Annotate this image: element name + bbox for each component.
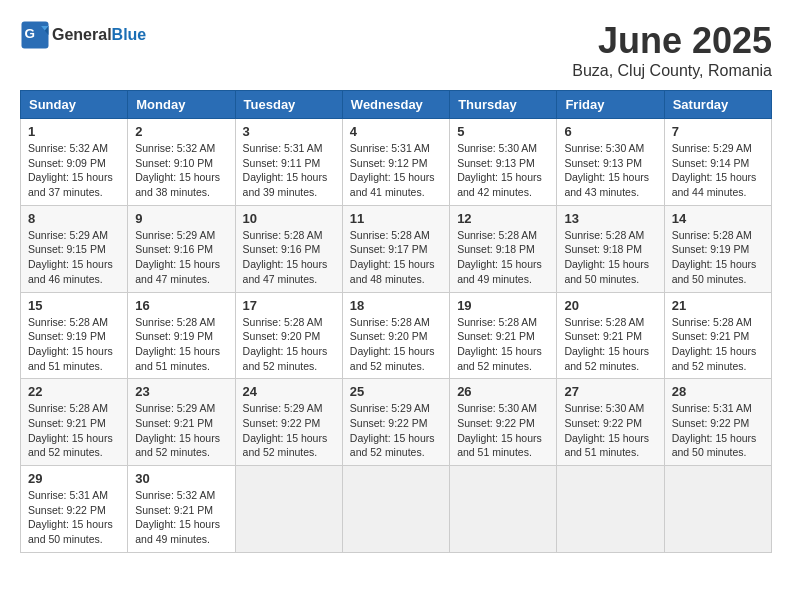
col-thursday: Thursday bbox=[450, 91, 557, 119]
logo: G GeneralBlue bbox=[20, 20, 146, 50]
col-wednesday: Wednesday bbox=[342, 91, 449, 119]
day-30: 30 Sunrise: 5:32 AMSunset: 9:21 PMDaylig… bbox=[128, 466, 235, 553]
svg-text:G: G bbox=[25, 26, 36, 41]
empty-cell-5 bbox=[664, 466, 771, 553]
day-12: 12 Sunrise: 5:28 AMSunset: 9:18 PMDaylig… bbox=[450, 205, 557, 292]
day-23: 23 Sunrise: 5:29 AMSunset: 9:21 PMDaylig… bbox=[128, 379, 235, 466]
empty-cell-3 bbox=[450, 466, 557, 553]
day-2: 2 Sunrise: 5:32 AMSunset: 9:10 PMDayligh… bbox=[128, 119, 235, 206]
empty-cell-2 bbox=[342, 466, 449, 553]
day-9: 9 Sunrise: 5:29 AMSunset: 9:16 PMDayligh… bbox=[128, 205, 235, 292]
day-8: 8 Sunrise: 5:29 AMSunset: 9:15 PMDayligh… bbox=[21, 205, 128, 292]
day-18: 18 Sunrise: 5:28 AMSunset: 9:20 PMDaylig… bbox=[342, 292, 449, 379]
calendar-header-row: Sunday Monday Tuesday Wednesday Thursday… bbox=[21, 91, 772, 119]
page-header: G GeneralBlue June 2025 Buza, Cluj Count… bbox=[20, 20, 772, 80]
day-1: 1 Sunrise: 5:32 AMSunset: 9:09 PMDayligh… bbox=[21, 119, 128, 206]
day-15: 15 Sunrise: 5:28 AMSunset: 9:19 PMDaylig… bbox=[21, 292, 128, 379]
subtitle: Buza, Cluj County, Romania bbox=[572, 62, 772, 80]
day-22: 22 Sunrise: 5:28 AMSunset: 9:21 PMDaylig… bbox=[21, 379, 128, 466]
day-20: 20 Sunrise: 5:28 AMSunset: 9:21 PMDaylig… bbox=[557, 292, 664, 379]
day-25: 25 Sunrise: 5:29 AMSunset: 9:22 PMDaylig… bbox=[342, 379, 449, 466]
day-6: 6 Sunrise: 5:30 AMSunset: 9:13 PMDayligh… bbox=[557, 119, 664, 206]
title-area: June 2025 Buza, Cluj County, Romania bbox=[572, 20, 772, 80]
day-11: 11 Sunrise: 5:28 AMSunset: 9:17 PMDaylig… bbox=[342, 205, 449, 292]
main-title: June 2025 bbox=[572, 20, 772, 62]
day-19: 19 Sunrise: 5:28 AMSunset: 9:21 PMDaylig… bbox=[450, 292, 557, 379]
logo-blue-text: Blue bbox=[112, 26, 147, 43]
logo-general-text: General bbox=[52, 26, 112, 43]
empty-cell-1 bbox=[235, 466, 342, 553]
week-row-3: 15 Sunrise: 5:28 AMSunset: 9:19 PMDaylig… bbox=[21, 292, 772, 379]
day-21: 21 Sunrise: 5:28 AMSunset: 9:21 PMDaylig… bbox=[664, 292, 771, 379]
day-13: 13 Sunrise: 5:28 AMSunset: 9:18 PMDaylig… bbox=[557, 205, 664, 292]
col-friday: Friday bbox=[557, 91, 664, 119]
day-4: 4 Sunrise: 5:31 AMSunset: 9:12 PMDayligh… bbox=[342, 119, 449, 206]
week-row-1: 1 Sunrise: 5:32 AMSunset: 9:09 PMDayligh… bbox=[21, 119, 772, 206]
col-saturday: Saturday bbox=[664, 91, 771, 119]
col-sunday: Sunday bbox=[21, 91, 128, 119]
col-tuesday: Tuesday bbox=[235, 91, 342, 119]
day-7: 7 Sunrise: 5:29 AMSunset: 9:14 PMDayligh… bbox=[664, 119, 771, 206]
day-10: 10 Sunrise: 5:28 AMSunset: 9:16 PMDaylig… bbox=[235, 205, 342, 292]
day-28: 28 Sunrise: 5:31 AMSunset: 9:22 PMDaylig… bbox=[664, 379, 771, 466]
day-14: 14 Sunrise: 5:28 AMSunset: 9:19 PMDaylig… bbox=[664, 205, 771, 292]
week-row-4: 22 Sunrise: 5:28 AMSunset: 9:21 PMDaylig… bbox=[21, 379, 772, 466]
day-3: 3 Sunrise: 5:31 AMSunset: 9:11 PMDayligh… bbox=[235, 119, 342, 206]
week-row-5: 29 Sunrise: 5:31 AMSunset: 9:22 PMDaylig… bbox=[21, 466, 772, 553]
day-29: 29 Sunrise: 5:31 AMSunset: 9:22 PMDaylig… bbox=[21, 466, 128, 553]
calendar-table: Sunday Monday Tuesday Wednesday Thursday… bbox=[20, 90, 772, 553]
logo-icon: G bbox=[20, 20, 50, 50]
day-16: 16 Sunrise: 5:28 AMSunset: 9:19 PMDaylig… bbox=[128, 292, 235, 379]
week-row-2: 8 Sunrise: 5:29 AMSunset: 9:15 PMDayligh… bbox=[21, 205, 772, 292]
day-5: 5 Sunrise: 5:30 AMSunset: 9:13 PMDayligh… bbox=[450, 119, 557, 206]
day-26: 26 Sunrise: 5:30 AMSunset: 9:22 PMDaylig… bbox=[450, 379, 557, 466]
day-27: 27 Sunrise: 5:30 AMSunset: 9:22 PMDaylig… bbox=[557, 379, 664, 466]
day-17: 17 Sunrise: 5:28 AMSunset: 9:20 PMDaylig… bbox=[235, 292, 342, 379]
col-monday: Monday bbox=[128, 91, 235, 119]
day-24: 24 Sunrise: 5:29 AMSunset: 9:22 PMDaylig… bbox=[235, 379, 342, 466]
empty-cell-4 bbox=[557, 466, 664, 553]
